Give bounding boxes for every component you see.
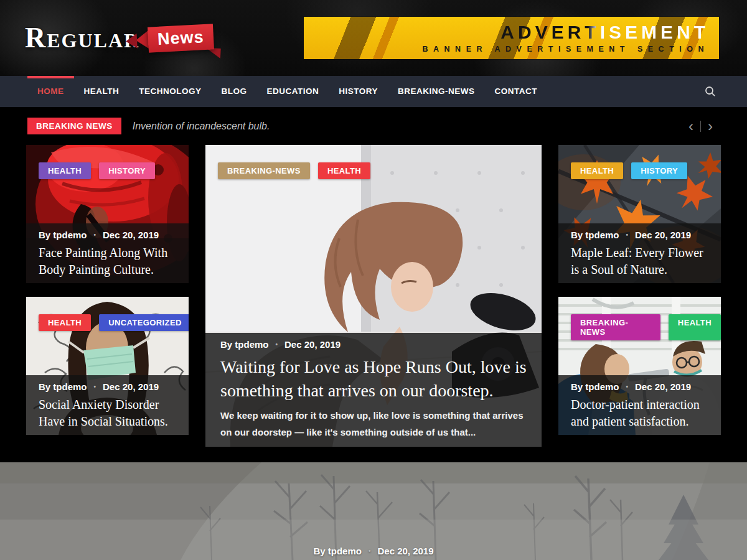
category-badge[interactable]: HEALTH: [39, 162, 91, 179]
post-meta: By tpdemo • Dec 20, 2019: [39, 230, 176, 240]
category-badge[interactable]: HEALTH: [39, 314, 91, 331]
chevron-left-icon[interactable]: ‹: [682, 119, 700, 134]
nav-item-history[interactable]: HISTORY: [329, 76, 388, 107]
meta-separator: •: [276, 341, 278, 348]
category-badges: HEALTH UNCATEGORIZED: [39, 314, 189, 331]
nav-item-technology[interactable]: TECHNOLOGY: [129, 76, 211, 107]
post-card-face-painting: HEALTH HISTORY By tpdemo • Dec 20, 2019 …: [26, 145, 189, 283]
ad-banner-subtitle: BANNER ADVERTISEMENT SECTION: [423, 45, 709, 54]
post-card-maple-leaf: HEALTH HISTORY By tpdemo • Dec 20, 2019 …: [558, 145, 721, 283]
posts-grid: HEALTH HISTORY By tpdemo • Dec 20, 2019 …: [0, 145, 747, 447]
logo-badge: News: [148, 24, 214, 52]
post-date: Dec 20, 2019: [635, 381, 691, 392]
post-title[interactable]: Maple Leaf: Every Flower is a Soul of Na…: [571, 245, 708, 278]
category-badge[interactable]: HISTORY: [99, 162, 155, 179]
ticker-controls: ‹ ›: [682, 119, 720, 134]
category-badges: HEALTH HISTORY: [39, 162, 155, 179]
ad-banner[interactable]: ADVERTISEMENT BANNER ADVERTISEMENT SECTI…: [304, 17, 719, 59]
center-column: BREAKING-NEWS HEALTH By tpdemo • Dec 20,…: [205, 145, 542, 447]
category-badge[interactable]: HEALTH: [318, 162, 370, 179]
breaking-news-ticker: BREAKING NEWS Invention of incandescent …: [0, 107, 747, 145]
post-overlay: By tpdemo • Dec 20, 2019 Social Anxiety …: [26, 375, 189, 435]
category-badge[interactable]: HEALTH: [669, 314, 721, 340]
post-meta: By tpdemo • Dec 20, 2019: [571, 230, 708, 240]
post-card-doctor-patient: BREAKING-NEWS HEALTH By tpdemo • Dec 20,…: [558, 297, 721, 435]
logo-news-flag: News: [148, 24, 214, 52]
post-meta: By tpdemo • Dec 20, 2019: [0, 546, 747, 556]
meta-separator: •: [369, 548, 371, 554]
post-date: Dec 20, 2019: [377, 546, 433, 556]
post-date: Dec 20, 2019: [103, 381, 159, 392]
post-byline[interactable]: By tpdemo: [39, 381, 87, 392]
post-date: Dec 20, 2019: [103, 230, 159, 240]
category-badge[interactable]: BREAKING-NEWS: [571, 314, 660, 340]
post-title[interactable]: Social Anxiety Disorder Have in Social S…: [39, 396, 176, 430]
nav-menu: HOME HEALTH TECHNOLOGY BLOG EDUCATION HI…: [27, 76, 547, 107]
category-badges: BREAKING-NEWS HEALTH: [218, 162, 370, 179]
nav-item-blog[interactable]: BLOG: [212, 76, 257, 107]
category-badge[interactable]: HISTORY: [631, 162, 687, 179]
post-meta: By tpdemo • Dec 20, 2019: [220, 339, 527, 350]
post-date: Dec 20, 2019: [284, 339, 341, 350]
right-column: HEALTH HISTORY By tpdemo • Dec 20, 2019 …: [558, 145, 721, 447]
category-badges: HEALTH HISTORY: [571, 162, 687, 179]
post-overlay: By tpdemo • Dec 20, 2019 Doctor-patient …: [558, 375, 721, 435]
post-date: Dec 20, 2019: [635, 230, 691, 240]
chevron-right-icon[interactable]: ›: [701, 119, 720, 134]
ad-banner-title: ADVERTISEMENT: [500, 23, 709, 42]
meta-separator: •: [626, 383, 629, 390]
meta-separator: •: [94, 383, 96, 390]
post-byline[interactable]: By tpdemo: [571, 230, 619, 240]
nav-item-contact[interactable]: CONTACT: [485, 76, 548, 107]
post-card-social-anxiety: HEALTH UNCATEGORIZED By tpdemo • Dec 20,…: [26, 297, 189, 435]
post-overlay: By tpdemo • Dec 20, 2019 Waiting for Lov…: [205, 333, 542, 447]
left-column: HEALTH HISTORY By tpdemo • Dec 20, 2019 …: [26, 145, 189, 447]
nav-item-health[interactable]: HEALTH: [74, 76, 129, 107]
search-icon: [705, 86, 716, 97]
post-byline[interactable]: By tpdemo: [39, 230, 87, 240]
category-badge[interactable]: HEALTH: [571, 162, 623, 179]
category-badge[interactable]: BREAKING-NEWS: [218, 162, 310, 179]
logo-title: Regular: [25, 24, 139, 52]
post-overlay: By tpdemo • Dec 20, 2019 Face Painting A…: [26, 223, 189, 283]
post-excerpt: We keep waiting for it to show up, like …: [220, 407, 527, 441]
meta-separator: •: [94, 231, 96, 238]
site-header: Regular News ADVERTISEMENT BANNER ADVERT…: [0, 0, 747, 76]
post-byline[interactable]: By tpdemo: [220, 339, 269, 350]
nav-item-education[interactable]: EDUCATION: [257, 76, 329, 107]
flag-triangle-icon: [126, 33, 138, 49]
post-title[interactable]: Waiting for Love as Hope Runs Out, love …: [220, 355, 527, 403]
category-badges: BREAKING-NEWS HEALTH: [571, 314, 721, 340]
main-nav: HOME HEALTH TECHNOLOGY BLOG EDUCATION HI…: [0, 76, 747, 107]
post-meta: By tpdemo • Dec 20, 2019: [571, 381, 708, 392]
post-byline[interactable]: By tpdemo: [571, 381, 619, 392]
ticker-headline[interactable]: Invention of incandescent bulb.: [133, 121, 270, 132]
site-logo[interactable]: Regular News: [25, 24, 214, 52]
category-badge[interactable]: UNCATEGORIZED: [99, 314, 189, 331]
fog-post-section[interactable]: By tpdemo • Dec 20, 2019: [0, 462, 747, 560]
meta-separator: •: [626, 231, 629, 238]
nav-item-home[interactable]: HOME: [27, 76, 74, 107]
ticker-badge: BREAKING NEWS: [27, 118, 121, 134]
search-button[interactable]: [701, 82, 720, 101]
post-overlay: By tpdemo • Dec 20, 2019 Maple Leaf: Eve…: [558, 223, 721, 283]
nav-item-breaking-news[interactable]: BREAKING-NEWS: [388, 76, 485, 107]
post-title[interactable]: Face Painting Along With Body Painting C…: [39, 245, 176, 278]
featured-post-card: BREAKING-NEWS HEALTH By tpdemo • Dec 20,…: [205, 145, 542, 447]
post-title[interactable]: Doctor-patient interaction and patient s…: [571, 396, 708, 430]
post-meta: By tpdemo • Dec 20, 2019: [39, 381, 176, 392]
post-byline[interactable]: By tpdemo: [313, 546, 362, 556]
